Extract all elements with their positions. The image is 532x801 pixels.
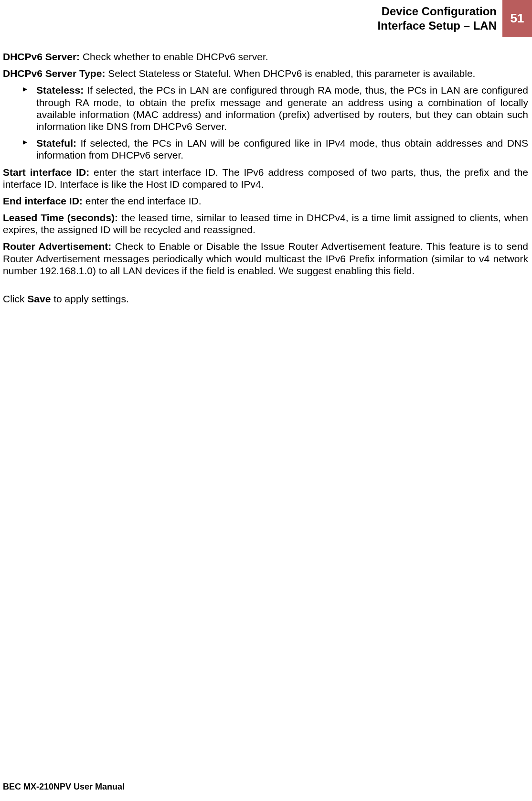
para-start-interface-id: Start interface ID: enter the start inte… — [3, 166, 528, 190]
page-number-box: 51 — [502, 0, 532, 37]
header-title: Device Configuration Interface Setup – L… — [378, 0, 502, 37]
click-save-prefix: Click — [3, 293, 27, 304]
list-item-stateless: Stateless: If selected, the PCs in LAN a… — [23, 84, 528, 132]
para-dhcpv6-server: DHCPv6 Server: Check whether to enable D… — [3, 51, 528, 63]
label-leased-time: Leased Time (seconds): — [3, 212, 118, 223]
spacer — [3, 281, 528, 293]
click-save-bold: Save — [27, 293, 51, 304]
label-stateless: Stateless: — [36, 85, 84, 96]
para-leased-time: Leased Time (seconds): the leased time, … — [3, 212, 528, 235]
list-item-stateful: Stateful: If selected, the PCs in LAN wi… — [23, 137, 528, 161]
label-router-advertisement: Router Advertisement: — [3, 241, 111, 252]
text-end-interface-id: enter the end interface ID. — [83, 195, 202, 206]
footer: BEC MX-210NPV User Manual — [3, 782, 125, 792]
para-dhcpv6-server-type: DHCPv6 Server Type: Select Stateless or … — [3, 67, 528, 79]
para-click-save: Click Save to apply settings. — [3, 293, 528, 305]
content: DHCPv6 Server: Check whether to enable D… — [0, 51, 532, 305]
text-stateless: If selected, the PCs in LAN are configur… — [36, 85, 528, 132]
page-number: 51 — [511, 11, 524, 26]
text-stateful: If selected, the PCs in LAN will be conf… — [36, 138, 528, 160]
para-router-advertisement: Router Advertisement: Check to Enable or… — [3, 240, 528, 277]
footer-text: BEC MX-210NPV User Manual — [3, 782, 125, 791]
page-header: Device Configuration Interface Setup – L… — [0, 0, 532, 37]
label-end-interface-id: End interface ID: — [3, 195, 83, 206]
label-stateful: Stateful: — [36, 138, 76, 149]
label-start-interface-id: Start interface ID: — [3, 167, 89, 178]
label-dhcpv6-server: DHCPv6 Server: — [3, 51, 80, 62]
text-dhcpv6-server-type: Select Stateless or Stateful. When DHCPv… — [105, 68, 475, 79]
label-dhcpv6-server-type: DHCPv6 Server Type: — [3, 68, 105, 79]
para-end-interface-id: End interface ID: enter the end interfac… — [3, 195, 528, 207]
bullet-list: Stateless: If selected, the PCs in LAN a… — [3, 84, 528, 161]
header-title-line2: Interface Setup – LAN — [378, 19, 497, 32]
click-save-suffix: to apply settings. — [51, 293, 128, 304]
header-title-line1: Device Configuration — [382, 5, 497, 18]
text-dhcpv6-server: Check whether to enable DHCPv6 server. — [80, 51, 268, 62]
